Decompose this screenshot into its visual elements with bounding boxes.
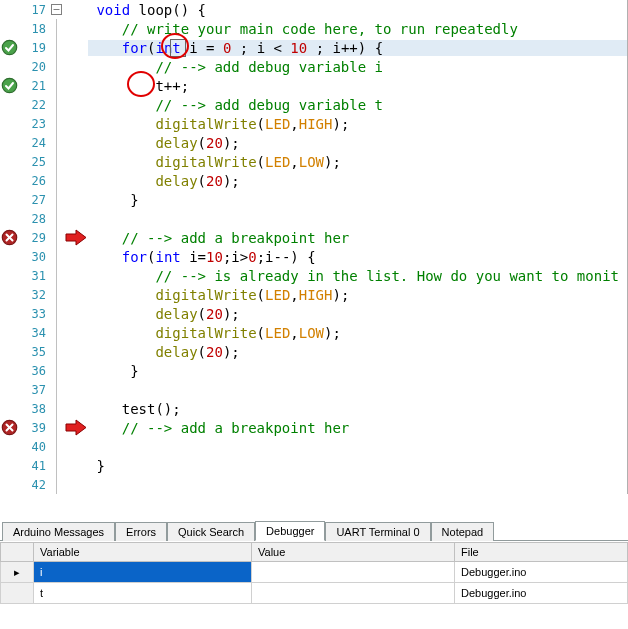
breakpoint-gutter[interactable] bbox=[0, 475, 18, 494]
code-content[interactable]: t++; bbox=[88, 78, 627, 94]
fold-gutter[interactable] bbox=[50, 285, 64, 304]
cell-file[interactable]: Debugger.ino bbox=[455, 583, 628, 604]
code-line[interactable]: 20 // --> add debug variable i bbox=[0, 57, 627, 76]
fold-gutter[interactable] bbox=[50, 95, 64, 114]
tab-errors[interactable]: Errors bbox=[115, 522, 167, 541]
code-line[interactable]: 41 } bbox=[0, 456, 627, 475]
code-content[interactable]: delay(20); bbox=[88, 173, 627, 189]
fold-gutter[interactable] bbox=[50, 38, 64, 57]
code-editor[interactable]: 17 void loop() {18 // write your main co… bbox=[0, 0, 628, 494]
code-content[interactable]: test(); bbox=[88, 401, 627, 417]
code-line[interactable]: 30 for(int i=10;i>0;i--) { bbox=[0, 247, 627, 266]
breakpoint-gutter[interactable] bbox=[0, 285, 18, 304]
code-line[interactable]: 24 delay(20); bbox=[0, 133, 627, 152]
breakpoint-gutter[interactable] bbox=[0, 190, 18, 209]
breakpoint-gutter[interactable] bbox=[0, 133, 18, 152]
code-content[interactable]: // --> add a breakpoint her bbox=[88, 420, 627, 436]
tracepoint-icon[interactable] bbox=[1, 77, 18, 94]
code-line[interactable]: 32 digitalWrite(LED,HIGH); bbox=[0, 285, 627, 304]
code-line[interactable]: 40 bbox=[0, 437, 627, 456]
fold-gutter[interactable] bbox=[50, 266, 64, 285]
column-header[interactable]: Value bbox=[252, 543, 455, 562]
breakpoint-gutter[interactable] bbox=[0, 418, 18, 437]
code-content[interactable]: void loop() { bbox=[88, 2, 627, 18]
fold-gutter[interactable] bbox=[50, 209, 64, 228]
fold-gutter[interactable] bbox=[50, 114, 64, 133]
code-content[interactable]: } bbox=[88, 458, 627, 474]
code-content[interactable]: } bbox=[88, 192, 627, 208]
breakpoint-gutter[interactable] bbox=[0, 342, 18, 361]
code-line[interactable]: 31 // --> is already in the list. How do… bbox=[0, 266, 627, 285]
code-line[interactable]: 36 } bbox=[0, 361, 627, 380]
breakpoint-gutter[interactable] bbox=[0, 114, 18, 133]
code-line[interactable]: 34 digitalWrite(LED,LOW); bbox=[0, 323, 627, 342]
tracepoint-icon[interactable] bbox=[1, 39, 18, 56]
code-line[interactable]: 22 // --> add debug variable t bbox=[0, 95, 627, 114]
column-header[interactable]: File bbox=[455, 543, 628, 562]
breakpoint-gutter[interactable] bbox=[0, 38, 18, 57]
code-line[interactable]: 17 void loop() { bbox=[0, 0, 627, 19]
code-line[interactable]: 39 // --> add a breakpoint her bbox=[0, 418, 627, 437]
code-line[interactable]: 19 for(int i = 0 ; i < 10 ; i++) { bbox=[0, 38, 627, 57]
code-line[interactable]: 35 delay(20); bbox=[0, 342, 627, 361]
breakpoint-gutter[interactable] bbox=[0, 76, 18, 95]
breakpoint-gutter[interactable] bbox=[0, 57, 18, 76]
tab-quick-search[interactable]: Quick Search bbox=[167, 522, 255, 541]
tab-uart-terminal-0[interactable]: UART Terminal 0 bbox=[325, 522, 430, 541]
cell-variable[interactable]: t bbox=[34, 583, 252, 604]
fold-gutter[interactable] bbox=[50, 456, 64, 475]
fold-gutter[interactable] bbox=[50, 19, 64, 38]
fold-gutter[interactable] bbox=[50, 323, 64, 342]
code-content[interactable]: // --> is already in the list. How do yo… bbox=[88, 268, 627, 284]
cell-variable[interactable]: i bbox=[34, 562, 252, 583]
code-line[interactable]: 25 digitalWrite(LED,LOW); bbox=[0, 152, 627, 171]
code-content[interactable]: // --> add debug variable i bbox=[88, 59, 627, 75]
code-content[interactable]: digitalWrite(LED,HIGH); bbox=[88, 287, 627, 303]
fold-gutter[interactable] bbox=[50, 133, 64, 152]
breakpoint-gutter[interactable] bbox=[0, 247, 18, 266]
code-content[interactable]: // write your main code here, to run rep… bbox=[88, 21, 627, 37]
breakpoint-gutter[interactable] bbox=[0, 399, 18, 418]
code-content[interactable]: for(int i = 0 ; i < 10 ; i++) { bbox=[88, 40, 627, 56]
code-line[interactable]: 42 bbox=[0, 475, 627, 494]
code-line[interactable]: 37 bbox=[0, 380, 627, 399]
fold-gutter[interactable] bbox=[50, 76, 64, 95]
fold-gutter[interactable] bbox=[50, 418, 64, 437]
breakpoint-gutter[interactable] bbox=[0, 152, 18, 171]
cell-value[interactable] bbox=[252, 562, 455, 583]
breakpoint-gutter[interactable] bbox=[0, 323, 18, 342]
code-content[interactable]: // --> add a breakpoint her bbox=[88, 230, 627, 246]
fold-gutter[interactable] bbox=[50, 380, 64, 399]
breakpoint-gutter[interactable] bbox=[0, 171, 18, 190]
code-content[interactable]: for(int i=10;i>0;i--) { bbox=[88, 249, 627, 265]
breakpoint-gutter[interactable] bbox=[0, 209, 18, 228]
breakpoint-gutter[interactable] bbox=[0, 304, 18, 323]
code-content[interactable]: delay(20); bbox=[88, 306, 627, 322]
cell-file[interactable]: Debugger.ino bbox=[455, 562, 628, 583]
code-line[interactable]: 38 test(); bbox=[0, 399, 627, 418]
breakpoint-gutter[interactable] bbox=[0, 437, 18, 456]
tab-arduino-messages[interactable]: Arduino Messages bbox=[2, 522, 115, 541]
fold-gutter[interactable] bbox=[50, 437, 64, 456]
code-line[interactable]: 27 } bbox=[0, 190, 627, 209]
breakpoint-icon[interactable] bbox=[1, 229, 18, 246]
code-content[interactable]: delay(20); bbox=[88, 344, 627, 360]
breakpoint-gutter[interactable] bbox=[0, 361, 18, 380]
code-line[interactable]: 21 t++; bbox=[0, 76, 627, 95]
code-content[interactable]: digitalWrite(LED,HIGH); bbox=[88, 116, 627, 132]
fold-gutter[interactable] bbox=[50, 304, 64, 323]
fold-gutter[interactable] bbox=[50, 342, 64, 361]
fold-gutter[interactable] bbox=[50, 152, 64, 171]
fold-gutter[interactable] bbox=[50, 228, 64, 247]
code-content[interactable]: digitalWrite(LED,LOW); bbox=[88, 325, 627, 341]
code-line[interactable]: 28 bbox=[0, 209, 627, 228]
code-line[interactable]: 26 delay(20); bbox=[0, 171, 627, 190]
breakpoint-gutter[interactable] bbox=[0, 95, 18, 114]
fold-gutter[interactable] bbox=[50, 247, 64, 266]
fold-gutter[interactable] bbox=[50, 399, 64, 418]
breakpoint-gutter[interactable] bbox=[0, 228, 18, 247]
breakpoint-gutter[interactable] bbox=[0, 380, 18, 399]
code-line[interactable]: 23 digitalWrite(LED,HIGH); bbox=[0, 114, 627, 133]
code-line[interactable]: 33 delay(20); bbox=[0, 304, 627, 323]
fold-gutter[interactable] bbox=[50, 171, 64, 190]
